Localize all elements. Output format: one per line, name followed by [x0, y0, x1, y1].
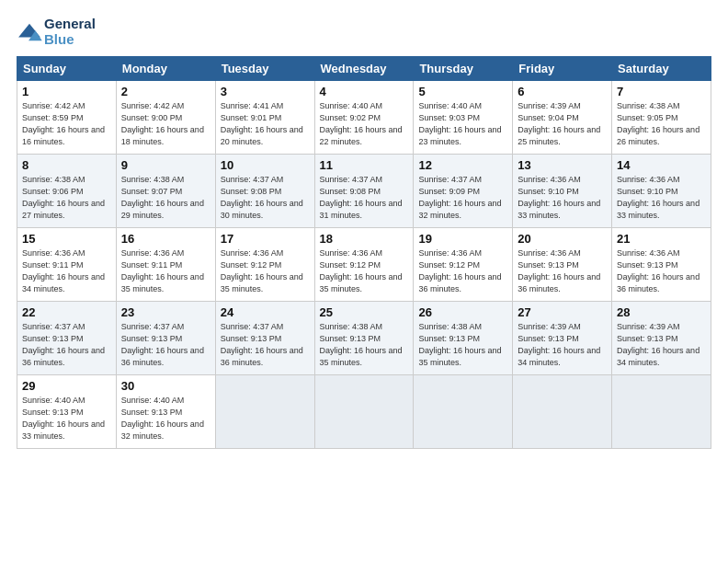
calendar-cell: [414, 375, 513, 449]
day-number: 13: [518, 158, 607, 172]
day-number: 26: [418, 305, 507, 319]
calendar-cell: 20Sunrise: 4:36 AMSunset: 9:13 PMDayligh…: [513, 228, 612, 302]
day-info: Sunrise: 4:37 AMSunset: 9:08 PMDaylight:…: [320, 174, 409, 222]
day-number: 11: [320, 158, 409, 172]
calendar-week-row: 8Sunrise: 4:38 AMSunset: 9:06 PMDaylight…: [17, 155, 711, 228]
calendar-cell: 28Sunrise: 4:39 AMSunset: 9:13 PMDayligh…: [612, 302, 711, 375]
logo: General Blue: [17, 17, 96, 47]
calendar-cell: 26Sunrise: 4:38 AMSunset: 9:13 PMDayligh…: [414, 302, 513, 375]
calendar-cell: 2Sunrise: 4:42 AMSunset: 9:00 PMDaylight…: [116, 81, 215, 155]
calendar-cell: 15Sunrise: 4:36 AMSunset: 9:11 PMDayligh…: [17, 228, 117, 302]
day-info: Sunrise: 4:38 AMSunset: 9:13 PMDaylight:…: [320, 321, 409, 369]
calendar-week-row: 1Sunrise: 4:42 AMSunset: 8:59 PMDaylight…: [17, 81, 711, 155]
day-number: 19: [418, 232, 507, 246]
day-number: 1: [22, 85, 111, 98]
day-number: 25: [320, 305, 409, 319]
day-info: Sunrise: 4:40 AMSunset: 9:02 PMDaylight:…: [320, 100, 409, 148]
day-info: Sunrise: 4:39 AMSunset: 9:13 PMDaylight:…: [617, 321, 706, 369]
calendar-header-row: SundayMondayTuesdayWednesdayThursdayFrid…: [17, 57, 711, 81]
day-info: Sunrise: 4:36 AMSunset: 9:10 PMDaylight:…: [518, 174, 607, 222]
calendar-week-row: 15Sunrise: 4:36 AMSunset: 9:11 PMDayligh…: [17, 228, 711, 302]
calendar-cell: [513, 375, 612, 449]
day-number: 18: [320, 232, 409, 246]
calendar-cell: 25Sunrise: 4:38 AMSunset: 9:13 PMDayligh…: [314, 302, 414, 375]
day-info: Sunrise: 4:41 AMSunset: 9:01 PMDaylight:…: [221, 100, 310, 148]
day-info: Sunrise: 4:36 AMSunset: 9:13 PMDaylight:…: [617, 247, 706, 295]
weekday-header: Thursday: [414, 57, 513, 81]
calendar-cell: 12Sunrise: 4:37 AMSunset: 9:09 PMDayligh…: [414, 155, 513, 228]
calendar-cell: 10Sunrise: 4:37 AMSunset: 9:08 PMDayligh…: [215, 155, 314, 228]
day-info: Sunrise: 4:37 AMSunset: 9:13 PMDaylight:…: [221, 321, 310, 369]
day-info: Sunrise: 4:42 AMSunset: 8:59 PMDaylight:…: [22, 100, 111, 148]
day-info: Sunrise: 4:37 AMSunset: 9:08 PMDaylight:…: [221, 174, 310, 222]
weekday-header: Monday: [116, 57, 215, 81]
day-number: 15: [22, 232, 111, 246]
day-info: Sunrise: 4:39 AMSunset: 9:13 PMDaylight:…: [518, 321, 607, 369]
day-info: Sunrise: 4:40 AMSunset: 9:13 PMDaylight:…: [22, 395, 111, 442]
calendar-cell: [215, 375, 314, 449]
day-number: 16: [121, 232, 210, 246]
day-info: Sunrise: 4:37 AMSunset: 9:09 PMDaylight:…: [418, 174, 507, 222]
day-info: Sunrise: 4:37 AMSunset: 9:13 PMDaylight:…: [22, 321, 111, 369]
day-info: Sunrise: 4:36 AMSunset: 9:12 PMDaylight:…: [418, 247, 507, 295]
calendar-cell: 11Sunrise: 4:37 AMSunset: 9:08 PMDayligh…: [314, 155, 414, 228]
header: General Blue: [17, 17, 711, 47]
logo-icon: [17, 22, 42, 42]
day-number: 20: [518, 232, 607, 246]
day-info: Sunrise: 4:37 AMSunset: 9:13 PMDaylight:…: [121, 321, 210, 369]
calendar-cell: [612, 375, 711, 449]
day-number: 8: [22, 158, 111, 172]
day-number: 7: [617, 85, 706, 98]
weekday-header: Wednesday: [314, 57, 414, 81]
day-number: 17: [221, 232, 310, 246]
calendar-cell: 19Sunrise: 4:36 AMSunset: 9:12 PMDayligh…: [414, 228, 513, 302]
calendar-cell: 5Sunrise: 4:40 AMSunset: 9:03 PMDaylight…: [414, 81, 513, 155]
calendar-cell: 24Sunrise: 4:37 AMSunset: 9:13 PMDayligh…: [215, 302, 314, 375]
weekday-header: Saturday: [612, 57, 711, 81]
day-info: Sunrise: 4:36 AMSunset: 9:12 PMDaylight:…: [221, 247, 310, 295]
day-number: 21: [617, 232, 706, 246]
day-number: 6: [518, 85, 607, 98]
day-number: 4: [320, 85, 409, 98]
calendar-cell: 23Sunrise: 4:37 AMSunset: 9:13 PMDayligh…: [116, 302, 215, 375]
calendar-cell: 6Sunrise: 4:39 AMSunset: 9:04 PMDaylight…: [513, 81, 612, 155]
calendar-table: SundayMondayTuesdayWednesdayThursdayFrid…: [17, 56, 711, 449]
calendar-cell: 17Sunrise: 4:36 AMSunset: 9:12 PMDayligh…: [215, 228, 314, 302]
day-number: 12: [418, 158, 507, 172]
day-info: Sunrise: 4:38 AMSunset: 9:05 PMDaylight:…: [617, 100, 706, 148]
calendar-cell: 13Sunrise: 4:36 AMSunset: 9:10 PMDayligh…: [513, 155, 612, 228]
calendar-cell: 1Sunrise: 4:42 AMSunset: 8:59 PMDaylight…: [17, 81, 117, 155]
day-info: Sunrise: 4:38 AMSunset: 9:06 PMDaylight:…: [22, 174, 111, 222]
day-info: Sunrise: 4:36 AMSunset: 9:13 PMDaylight:…: [518, 247, 607, 295]
weekday-header: Friday: [513, 57, 612, 81]
day-number: 10: [221, 158, 310, 172]
day-info: Sunrise: 4:39 AMSunset: 9:04 PMDaylight:…: [518, 100, 607, 148]
calendar-cell: [314, 375, 414, 449]
day-number: 27: [518, 305, 607, 319]
weekday-header: Tuesday: [215, 57, 314, 81]
day-info: Sunrise: 4:40 AMSunset: 9:13 PMDaylight:…: [121, 395, 210, 442]
weekday-header: Sunday: [17, 57, 117, 81]
day-info: Sunrise: 4:36 AMSunset: 9:12 PMDaylight:…: [320, 247, 409, 295]
day-info: Sunrise: 4:36 AMSunset: 9:10 PMDaylight:…: [617, 174, 706, 222]
logo-text: General Blue: [44, 17, 96, 47]
day-info: Sunrise: 4:42 AMSunset: 9:00 PMDaylight:…: [121, 100, 210, 148]
calendar-cell: 16Sunrise: 4:36 AMSunset: 9:11 PMDayligh…: [116, 228, 215, 302]
calendar-cell: 22Sunrise: 4:37 AMSunset: 9:13 PMDayligh…: [17, 302, 117, 375]
calendar-cell: 8Sunrise: 4:38 AMSunset: 9:06 PMDaylight…: [17, 155, 117, 228]
calendar-week-row: 29Sunrise: 4:40 AMSunset: 9:13 PMDayligh…: [17, 375, 711, 449]
day-number: 29: [22, 379, 111, 393]
calendar-cell: 9Sunrise: 4:38 AMSunset: 9:07 PMDaylight…: [116, 155, 215, 228]
day-number: 14: [617, 158, 706, 172]
day-info: Sunrise: 4:38 AMSunset: 9:13 PMDaylight:…: [418, 321, 507, 369]
day-number: 3: [221, 85, 310, 98]
day-number: 2: [121, 85, 210, 98]
day-number: 30: [121, 379, 210, 393]
day-info: Sunrise: 4:40 AMSunset: 9:03 PMDaylight:…: [418, 100, 507, 148]
calendar-cell: 4Sunrise: 4:40 AMSunset: 9:02 PMDaylight…: [314, 81, 414, 155]
day-info: Sunrise: 4:36 AMSunset: 9:11 PMDaylight:…: [121, 247, 210, 295]
day-info: Sunrise: 4:36 AMSunset: 9:11 PMDaylight:…: [22, 247, 111, 295]
calendar-cell: 27Sunrise: 4:39 AMSunset: 9:13 PMDayligh…: [513, 302, 612, 375]
calendar-cell: 30Sunrise: 4:40 AMSunset: 9:13 PMDayligh…: [116, 375, 215, 449]
calendar-cell: 21Sunrise: 4:36 AMSunset: 9:13 PMDayligh…: [612, 228, 711, 302]
